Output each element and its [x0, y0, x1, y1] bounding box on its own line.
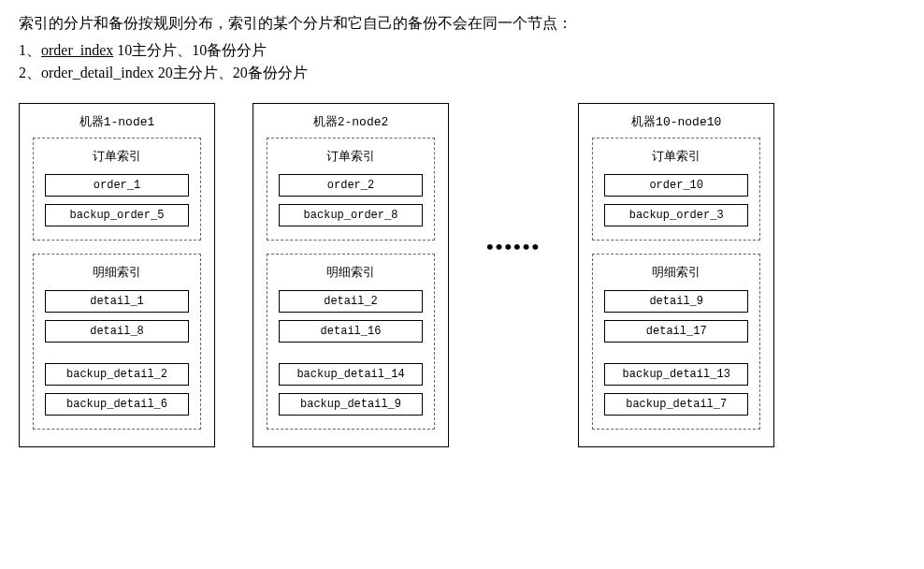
shard-box: backup_order_5 — [45, 204, 189, 226]
detail-index-group-2: 明细索引 detail_2 detail_16 backup_detail_14… — [267, 254, 435, 430]
header-line-2: 2、order_detail_index 20主分片、20备份分片 — [19, 62, 905, 84]
detail-index-group-10: 明细索引 detail_9 detail_17 backup_detail_13… — [592, 254, 760, 430]
order-index-group-1: 订单索引 order_1 backup_order_5 — [33, 138, 201, 241]
node-box-2: 机器2-node2 订单索引 order_2 backup_order_8 明细… — [253, 103, 449, 447]
spacer — [279, 350, 423, 363]
order-index-title-10: 订单索引 — [604, 148, 748, 165]
shard-box: detail_1 — [45, 290, 189, 313]
shard-box: backup_detail_9 — [279, 393, 423, 416]
spacer — [604, 350, 748, 363]
detail-index-title-2: 明细索引 — [279, 264, 423, 281]
shard-box: backup_order_3 — [604, 204, 748, 226]
header-line-1: 1、order_index 10主分片、10备份分片 — [19, 39, 905, 62]
shard-box: detail_17 — [604, 320, 748, 343]
node-title-10: 机器10-node10 — [592, 113, 760, 130]
shard-box: order_1 — [45, 174, 189, 197]
shard-box: backup_detail_14 — [279, 363, 423, 386]
line1-prefix: 1、 — [19, 42, 41, 58]
detail-index-title-1: 明细索引 — [45, 264, 189, 281]
shard-box: order_10 — [604, 174, 748, 197]
shard-box: backup_detail_7 — [604, 393, 748, 416]
order-index-underline: order_index — [41, 42, 113, 58]
order-index-group-2: 订单索引 order_2 backup_order_8 — [267, 138, 435, 241]
detail-index-title-10: 明细索引 — [604, 264, 748, 281]
shard-box: detail_9 — [604, 290, 748, 313]
line1-suffix: 10主分片、10备份分片 — [113, 42, 267, 58]
shard-box: detail_16 — [279, 320, 423, 343]
shard-box: backup_detail_6 — [45, 393, 189, 416]
diagram-area: 机器1-node1 订单索引 order_1 backup_order_5 明细… — [19, 103, 905, 447]
order-index-title-1: 订单索引 — [45, 148, 189, 165]
shard-box: backup_detail_2 — [45, 363, 189, 386]
detail-index-group-1: 明细索引 detail_1 detail_8 backup_detail_2 b… — [33, 254, 201, 430]
shard-box: backup_detail_13 — [604, 363, 748, 386]
node-title-2: 机器2-node2 — [267, 113, 435, 130]
node-title-1: 机器1-node1 — [33, 113, 201, 130]
spacer — [45, 350, 189, 363]
shard-box: detail_2 — [279, 290, 423, 313]
ellipsis-icon: •••••• — [486, 235, 541, 259]
shard-box: order_2 — [279, 174, 423, 197]
node-box-1: 机器1-node1 订单索引 order_1 backup_order_5 明细… — [19, 103, 215, 447]
order-index-group-10: 订单索引 order_10 backup_order_3 — [592, 138, 760, 241]
order-index-title-2: 订单索引 — [279, 148, 423, 165]
shard-box: backup_order_8 — [279, 204, 423, 226]
shard-box: detail_8 — [45, 320, 189, 343]
header-main-text: 索引的分片和备份按规则分布，索引的某个分片和它自己的备份不会在同一个节点： — [19, 11, 905, 36]
node-box-10: 机器10-node10 订单索引 order_10 backup_order_3… — [578, 103, 774, 447]
